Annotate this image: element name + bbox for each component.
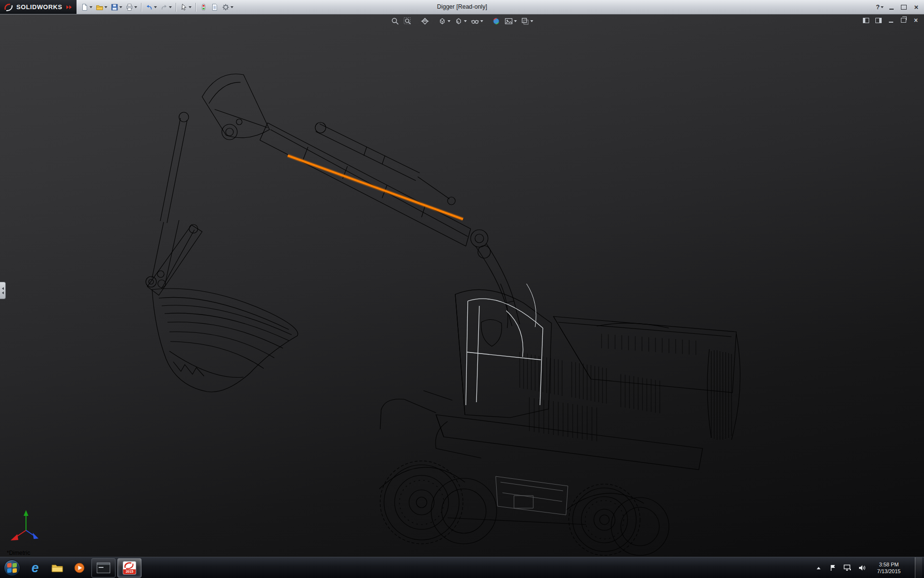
edit-appearance-button[interactable] xyxy=(490,15,502,27)
toolbar-separator xyxy=(176,3,176,12)
display-style-icon xyxy=(454,17,463,26)
open-button[interactable] xyxy=(94,1,109,13)
new-document-icon xyxy=(81,3,89,11)
print-button[interactable] xyxy=(124,1,139,13)
show-desktop-button[interactable] xyxy=(915,557,922,578)
model-viewport[interactable]: × *Dimetric xyxy=(0,14,924,557)
clock-date: 7/13/2015 xyxy=(872,568,906,575)
hide-show-glasses-icon xyxy=(471,17,479,26)
solidworks-brand[interactable]: SOLIDWORKS xyxy=(0,0,77,14)
save-button[interactable] xyxy=(109,1,124,13)
undo-icon xyxy=(145,3,153,11)
digger-wireframe-model[interactable] xyxy=(0,14,924,557)
section-view-button[interactable] xyxy=(419,15,431,27)
solidworks-logo-icon xyxy=(4,3,13,12)
new-button[interactable] xyxy=(79,1,94,13)
doc-close-icon: × xyxy=(914,17,918,24)
rebuild-icon xyxy=(200,3,207,11)
tray-network-button[interactable] xyxy=(843,563,852,573)
titlebar: SOLIDWORKS xyxy=(0,0,924,14)
solidworks-taskbar-button[interactable]: 2015 xyxy=(117,558,141,578)
apply-scene-icon xyxy=(504,17,513,26)
heads-up-toolbar xyxy=(389,15,535,27)
media-player-icon xyxy=(74,562,85,574)
help-label: ? xyxy=(876,3,880,11)
reference-triad xyxy=(11,510,38,540)
feature-manager-collapsed-tab[interactable] xyxy=(0,282,6,299)
brand-text: SOLIDWORKS xyxy=(16,3,63,11)
zoom-area-icon xyxy=(403,17,412,26)
zoom-fit-icon xyxy=(391,17,399,26)
solidworks-version-badge: 2015 xyxy=(123,569,136,574)
maximize-button[interactable] xyxy=(899,2,909,12)
close-button[interactable]: × xyxy=(911,2,921,12)
close-icon: × xyxy=(914,3,919,11)
minimize-button[interactable] xyxy=(886,2,896,12)
system-tray: 3:58 PM 7/13/2015 xyxy=(814,557,924,578)
doc-minimize-button[interactable] xyxy=(886,16,895,24)
console-window-icon xyxy=(97,563,110,573)
internet-explorer-button[interactable]: e xyxy=(24,557,46,578)
tile-left-icon xyxy=(863,18,869,23)
file-properties-button[interactable] xyxy=(209,1,220,13)
collapse-arrow-icon xyxy=(2,287,4,290)
doc-restore-icon xyxy=(901,18,906,23)
select-button[interactable] xyxy=(179,1,193,13)
display-style-button[interactable] xyxy=(453,15,468,27)
collapse-arrow-icon xyxy=(2,291,4,294)
tile-right-icon xyxy=(875,18,882,23)
maximize-icon xyxy=(901,5,907,10)
console-window-button[interactable] xyxy=(91,558,116,578)
print-icon xyxy=(126,3,133,11)
taskbar: e 2015 xyxy=(0,557,924,578)
tile-left-button[interactable] xyxy=(861,16,870,24)
window-controls: ? × xyxy=(876,0,921,14)
appearance-sphere-icon xyxy=(492,17,500,26)
options-button[interactable] xyxy=(220,1,235,13)
taskbar-clock[interactable]: 3:58 PM 7/13/2015 xyxy=(872,561,906,575)
chevron-up-icon xyxy=(817,567,821,569)
minimize-icon xyxy=(889,9,894,10)
windows-orb-icon xyxy=(4,560,20,576)
options-gear-icon xyxy=(222,3,230,11)
start-button[interactable] xyxy=(0,557,24,578)
volume-icon xyxy=(858,564,866,572)
tray-volume-button[interactable] xyxy=(857,563,867,573)
window-title: Digger [Read-only] xyxy=(437,0,487,14)
undo-button[interactable] xyxy=(144,1,158,13)
network-icon xyxy=(843,564,852,572)
tray-action-center-button[interactable] xyxy=(828,563,838,573)
select-cursor-icon xyxy=(180,3,188,11)
media-player-button[interactable] xyxy=(68,557,90,578)
open-folder-icon xyxy=(96,3,103,11)
tile-right-button[interactable] xyxy=(874,16,883,24)
view-orientation-icon xyxy=(438,17,447,26)
tray-expand-button[interactable] xyxy=(814,563,823,573)
folder-icon xyxy=(51,563,64,573)
view-orientation-button[interactable] xyxy=(436,15,452,27)
internet-explorer-icon: e xyxy=(31,562,38,575)
file-properties-icon xyxy=(211,3,218,11)
view-settings-button[interactable] xyxy=(519,15,535,27)
view-orientation-label: *Dimetric xyxy=(7,550,30,556)
redo-button[interactable] xyxy=(159,1,173,13)
solidworks-app-icon: 2015 xyxy=(123,561,136,575)
flag-icon xyxy=(829,564,837,572)
doc-close-button[interactable]: × xyxy=(911,16,920,24)
windows-explorer-button[interactable] xyxy=(46,557,68,578)
doc-restore-button[interactable] xyxy=(899,16,908,24)
zoom-to-area-button[interactable] xyxy=(402,15,413,27)
apply-scene-button[interactable] xyxy=(503,15,518,27)
hide-show-items-button[interactable] xyxy=(469,15,485,27)
rebuild-button[interactable] xyxy=(198,1,209,13)
main-toolbar xyxy=(77,1,238,13)
save-icon xyxy=(111,3,118,11)
ghost-component xyxy=(496,476,568,515)
selected-edge-highlight[interactable] xyxy=(288,156,463,219)
section-view-icon xyxy=(421,17,429,26)
document-window-controls: × xyxy=(861,16,920,24)
expand-chevron-icon[interactable] xyxy=(66,5,72,9)
zoom-to-fit-button[interactable] xyxy=(389,15,401,27)
help-button[interactable]: ? xyxy=(876,3,884,11)
clock-time: 3:58 PM xyxy=(872,561,906,568)
